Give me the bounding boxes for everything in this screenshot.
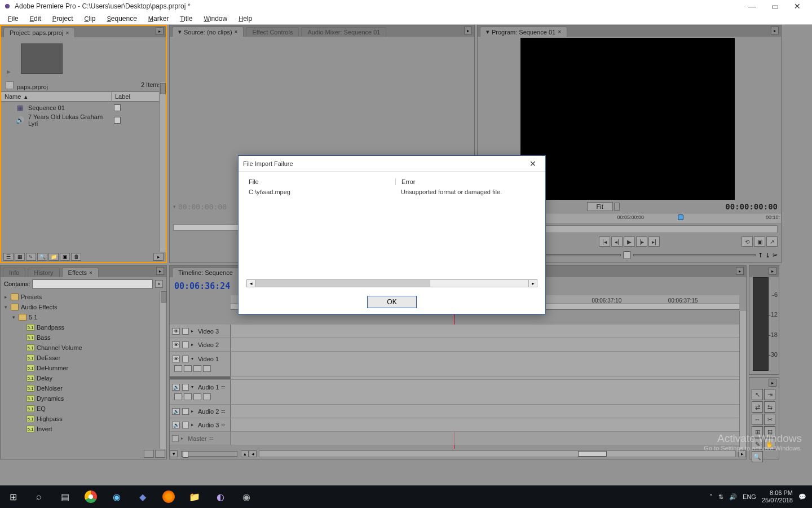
steam-icon[interactable]: ◉ <box>104 485 130 508</box>
chrome-icon[interactable] <box>85 491 97 503</box>
file-import-failure-dialog: File Import Failure ✕ File Error C:\yt\s… <box>238 155 546 314</box>
column-file: File <box>249 178 395 185</box>
windows-taskbar: ⊞ ⌕ ▤ ◉ ◆ 📁 ◐ ◉ ˄ ⇅ 🔊 ENG 8:06 PM 25/07/… <box>0 485 812 508</box>
volume-icon[interactable]: 🔊 <box>729 493 737 501</box>
firefox-icon[interactable] <box>162 491 175 503</box>
search-button[interactable]: ⌕ <box>26 485 52 508</box>
tray-chevron-icon[interactable]: ˄ <box>709 493 713 501</box>
dialog-close-button[interactable]: ✕ <box>525 157 541 170</box>
task-view-button[interactable]: ▤ <box>52 485 78 508</box>
dialog-error-row: C:\yt\sad.mpeg Unsupported format or dam… <box>239 187 545 196</box>
dialog-titlebar: File Import Failure ✕ <box>239 156 545 172</box>
scroll-left-icon[interactable]: ◂ <box>246 279 255 287</box>
language-indicator[interactable]: ENG <box>743 493 756 500</box>
system-tray: ˄ ⇅ 🔊 ENG 8:06 PM 25/07/2018 💬 <box>704 489 812 504</box>
file-explorer-icon[interactable]: 📁 <box>182 485 208 508</box>
premiere-taskbar-icon[interactable]: ◐ <box>208 485 233 508</box>
discord-icon[interactable]: ◆ <box>130 485 156 508</box>
steam-client-icon[interactable]: ◉ <box>233 485 259 508</box>
start-button[interactable]: ⊞ <box>0 485 26 508</box>
dialog-column-headers: File Error <box>239 176 545 187</box>
error-filepath: C:\yt\sad.mpeg <box>249 189 395 195</box>
network-icon[interactable]: ⇅ <box>718 493 723 501</box>
error-message: Unsupported format or damaged file. <box>395 189 535 195</box>
scroll-right-icon[interactable]: ▸ <box>528 279 537 287</box>
dialog-hscroll[interactable]: ◂ ▸ <box>246 279 537 288</box>
dialog-title: File Import Failure <box>243 160 293 167</box>
taskbar-clock[interactable]: 8:06 PM 25/07/2018 <box>762 489 793 504</box>
modal-overlay: File Import Failure ✕ File Error C:\yt\s… <box>0 0 812 508</box>
notifications-icon[interactable]: 💬 <box>798 493 806 501</box>
column-error: Error <box>395 178 535 185</box>
ok-button[interactable]: OK <box>367 296 417 308</box>
